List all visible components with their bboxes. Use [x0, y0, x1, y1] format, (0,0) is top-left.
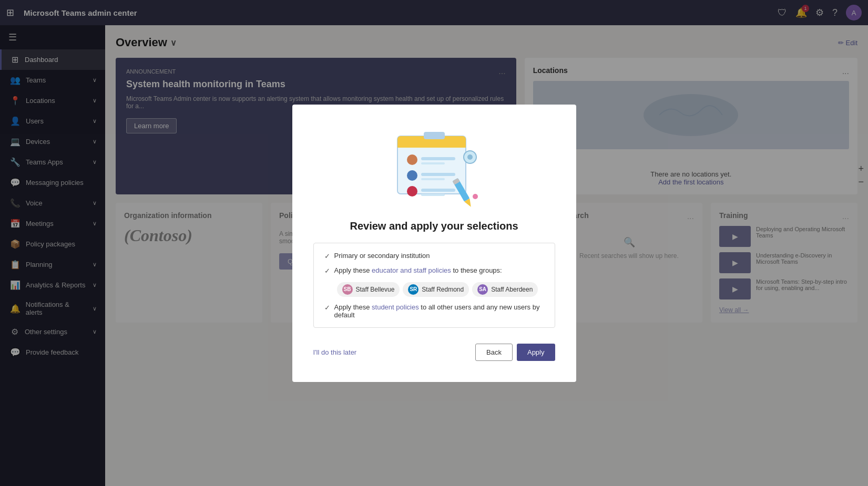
svg-rect-12	[421, 189, 455, 192]
footer-buttons: Back Apply	[475, 344, 555, 361]
tag-label-sr: Staff Redmond	[422, 286, 464, 293]
checklist-text-3: Apply these student policies to all othe…	[334, 303, 544, 319]
checklist-item-2: ✓ Apply these educator and staff policie…	[324, 266, 544, 297]
educator-policies-link[interactable]: educator and staff policies	[372, 266, 451, 274]
modal-illustration	[382, 126, 487, 210]
check-icon-3: ✓	[324, 304, 330, 312]
tag-avatar-sr: SR	[408, 284, 418, 295]
tag-staff-bellevue: SB Staff Bellevue	[337, 282, 400, 297]
tag-label-sb: Staff Bellevue	[356, 286, 395, 293]
svg-point-11	[407, 186, 417, 197]
tag-staff-redmond: SR Staff Redmond	[403, 282, 469, 297]
tag-avatar-sa: SA	[477, 284, 488, 295]
tag-label-sa: Staff Aberdeen	[491, 286, 533, 293]
modal-dialog: Review and apply your selections ✓ Prima…	[292, 105, 576, 382]
checklist-item-1: ✓ Primary or secondary institution	[324, 252, 544, 260]
tag-staff-aberdeen: SA Staff Aberdeen	[472, 282, 538, 297]
svg-rect-9	[421, 173, 455, 176]
svg-rect-7	[421, 162, 445, 164]
staff-tags-row: SB Staff Bellevue SR Staff Redmond SA St…	[337, 282, 538, 297]
apply-button[interactable]: Apply	[517, 344, 555, 361]
tag-avatar-sb: SB	[342, 284, 353, 295]
svg-point-8	[407, 170, 417, 181]
checklist-text-2: Apply these educator and staff policies …	[334, 266, 502, 274]
svg-rect-6	[421, 157, 455, 160]
svg-point-19	[473, 194, 478, 199]
svg-rect-13	[421, 194, 445, 196]
svg-rect-10	[421, 178, 445, 180]
svg-rect-4	[424, 132, 445, 139]
modal-title: Review and apply your selections	[350, 220, 518, 232]
modal-overlay: Review and apply your selections ✓ Prima…	[0, 0, 868, 486]
svg-rect-3	[397, 144, 466, 148]
check-icon-2: ✓	[324, 267, 330, 275]
svg-point-18	[467, 154, 473, 160]
modal-footer: I'll do this later Back Apply	[313, 344, 555, 361]
check-icon-1: ✓	[324, 252, 330, 260]
student-policies-link[interactable]: student policies	[372, 303, 419, 311]
checklist-text-1: Primary or secondary institution	[334, 252, 430, 260]
modal-checklist: ✓ Primary or secondary institution ✓ App…	[313, 243, 555, 328]
svg-point-5	[407, 154, 417, 165]
checklist-item-3: ✓ Apply these student policies to all ot…	[324, 303, 544, 319]
back-button[interactable]: Back	[475, 344, 513, 361]
do-later-link[interactable]: I'll do this later	[313, 348, 357, 356]
